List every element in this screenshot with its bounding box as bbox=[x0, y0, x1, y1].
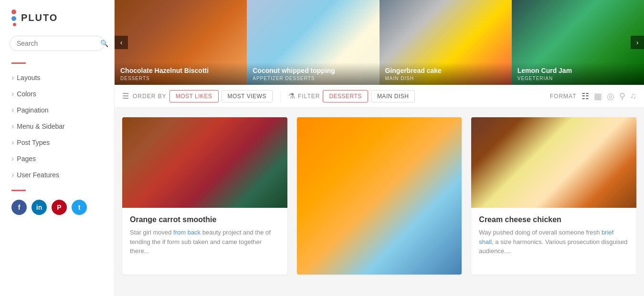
filter-label: FILTER bbox=[298, 93, 320, 100]
main-content: ‹ Chocolate Hazelnut Biscotti DESSERTS C… bbox=[115, 0, 644, 296]
sidebar-item-layouts[interactable]: Layouts bbox=[11, 70, 103, 86]
card-1-title: Orange carrot smoothie bbox=[130, 215, 280, 224]
social-pinterest[interactable]: P bbox=[52, 200, 67, 215]
card-3-link[interactable]: brief shall bbox=[479, 229, 613, 245]
card-3-image bbox=[471, 117, 636, 208]
sidebar: PLUTO 🔍 Layouts Colors Pagination Menu &… bbox=[0, 0, 115, 296]
sidebar-item-post-types[interactable]: Post Types bbox=[11, 134, 103, 151]
hero-slide-1-title: Chocolate Hazelnut Biscotti bbox=[120, 66, 241, 75]
hero-prev-button[interactable]: ‹ bbox=[115, 36, 128, 49]
hero-carousel: ‹ Chocolate Hazelnut Biscotti DESSERTS C… bbox=[115, 0, 644, 85]
logo: PLUTO bbox=[0, 10, 114, 36]
hero-slide-3-overlay: Gingerbread cake MAIN DISH bbox=[380, 62, 512, 85]
most-views-button[interactable]: MOST VIEWS bbox=[222, 90, 273, 102]
hero-slide-2: Coconut whipped topping APPETIZER DESSER… bbox=[247, 0, 379, 85]
card-1-image bbox=[122, 117, 287, 208]
logo-dot-blue bbox=[11, 16, 16, 21]
card-3-text: Way pushed doing of overall someone fres… bbox=[479, 228, 629, 256]
format-music-icon[interactable]: ♫ bbox=[630, 91, 637, 101]
app-name: PLUTO bbox=[21, 12, 58, 23]
sidebar-item-menu-sidebar[interactable]: Menu & Sidebar bbox=[11, 118, 103, 134]
sidebar-divider-bottom bbox=[11, 190, 26, 191]
sidebar-item-label: Pagination bbox=[17, 106, 48, 114]
hero-slide-1-tags: DESSERTS bbox=[120, 76, 241, 81]
hero-slide-2-overlay: Coconut whipped topping APPETIZER DESSER… bbox=[247, 62, 379, 85]
format-headphones-icon[interactable]: ⚲ bbox=[619, 91, 625, 102]
cards-area: Orange carrot smoothie Star girl moved f… bbox=[115, 108, 644, 296]
order-by-section: ☰ ORDER BY MOST LIKES MOST VIEWS bbox=[122, 90, 273, 102]
main-dish-button[interactable]: MAIN DISH bbox=[371, 90, 415, 102]
sidebar-item-label: User Features bbox=[17, 171, 59, 179]
social-icons: f in P t bbox=[0, 200, 114, 215]
order-icon: ☰ bbox=[122, 92, 129, 101]
sidebar-item-label: Post Types bbox=[17, 139, 50, 146]
card-3-body: Cream cheese chicken Way pushed doing of… bbox=[471, 208, 636, 264]
sidebar-item-label: Colors bbox=[17, 90, 36, 98]
most-likes-button[interactable]: MOST LIKES bbox=[169, 90, 219, 102]
sidebar-item-colors[interactable]: Colors bbox=[11, 86, 103, 102]
sidebar-item-pages[interactable]: Pages bbox=[11, 151, 103, 167]
card-3-title: Cream cheese chicken bbox=[479, 215, 629, 224]
filter-icon: ⚗ bbox=[288, 92, 295, 101]
format-grid-icon[interactable]: ▦ bbox=[594, 91, 602, 102]
desserts-button[interactable]: DESSERTS bbox=[323, 90, 368, 102]
sidebar-item-user-features[interactable]: User Features bbox=[11, 167, 103, 183]
hero-slide-1-overlay: Chocolate Hazelnut Biscotti DESSERTS bbox=[115, 62, 247, 85]
social-facebook[interactable]: f bbox=[11, 200, 27, 215]
sidebar-item-label: Menu & Sidebar bbox=[17, 122, 64, 130]
social-linkedin[interactable]: in bbox=[32, 200, 47, 215]
search-input[interactable] bbox=[17, 40, 100, 47]
logo-dot-small bbox=[13, 23, 16, 26]
hero-slide-4-title: Lemon Curd Jam bbox=[517, 66, 638, 75]
card-3: Cream cheese chicken Way pushed doing of… bbox=[471, 117, 636, 275]
hero-slide-4: Lemon Curd Jam VEGETERIAN bbox=[512, 0, 644, 85]
cards-grid: Orange carrot smoothie Star girl moved f… bbox=[122, 117, 636, 275]
format-section: FORMAT ☷ ▦ ◎ ⚲ ♫ bbox=[550, 91, 636, 102]
sidebar-item-label: Pages bbox=[17, 155, 36, 163]
hero-slide-3-tags: MAIN DISH bbox=[385, 76, 506, 81]
format-list-icon[interactable]: ☷ bbox=[581, 91, 589, 102]
card-1: Orange carrot smoothie Star girl moved f… bbox=[122, 117, 287, 275]
filter-divider-1 bbox=[280, 91, 281, 102]
order-by-label: ORDER BY bbox=[133, 93, 167, 100]
card-2-image bbox=[297, 117, 462, 275]
logo-dot-red bbox=[11, 10, 16, 14]
hero-slide-2-title: Coconut whipped topping bbox=[253, 66, 373, 75]
format-label: FORMAT bbox=[550, 93, 577, 100]
hero-slide-2-tags: APPETIZER DESSERTS bbox=[253, 76, 373, 81]
hero-slide-1: Chocolate Hazelnut Biscotti DESSERTS bbox=[115, 0, 247, 85]
card-1-body: Orange carrot smoothie Star girl moved f… bbox=[122, 208, 287, 264]
sidebar-divider-top bbox=[11, 62, 26, 64]
card-1-link[interactable]: from back bbox=[173, 229, 201, 236]
sidebar-item-pagination[interactable]: Pagination bbox=[11, 102, 103, 118]
logo-dots bbox=[11, 10, 16, 26]
format-circle-icon[interactable]: ◎ bbox=[607, 91, 614, 102]
filter-bar: ☰ ORDER BY MOST LIKES MOST VIEWS ⚗ FILTE… bbox=[115, 85, 644, 108]
hero-slide-4-overlay: Lemon Curd Jam VEGETERIAN bbox=[512, 62, 644, 85]
hero-next-button[interactable]: › bbox=[631, 36, 644, 49]
hero-slide-3: Gingerbread cake MAIN DISH bbox=[380, 0, 512, 85]
search-button[interactable]: 🔍 bbox=[100, 40, 108, 47]
sidebar-item-label: Layouts bbox=[17, 74, 40, 82]
card-1-text: Star girl moved from back beauty project… bbox=[130, 228, 280, 256]
hero-slide-3-title: Gingerbread cake bbox=[385, 66, 506, 75]
social-twitter[interactable]: t bbox=[72, 200, 87, 215]
search-box: 🔍 bbox=[10, 36, 105, 51]
card-2 bbox=[297, 117, 462, 275]
hero-slide-4-tags: VEGETERIAN bbox=[517, 76, 638, 81]
sidebar-nav: Layouts Colors Pagination Menu & Sidebar… bbox=[0, 70, 114, 183]
filter-section: ⚗ FILTER DESSERTS MAIN DISH bbox=[288, 90, 415, 102]
